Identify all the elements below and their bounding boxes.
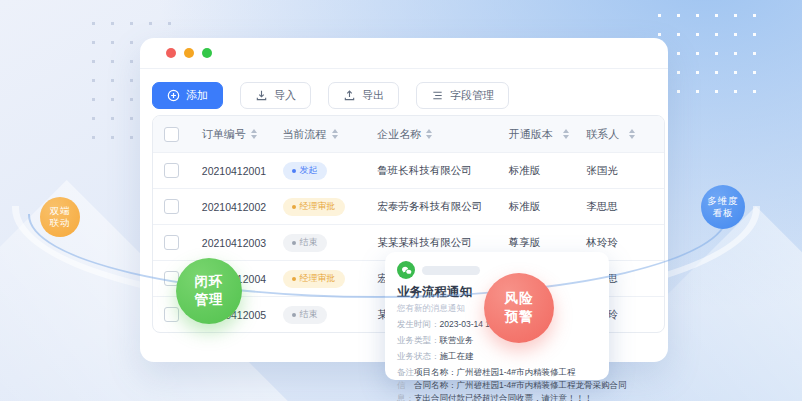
field-label: 发生时间： — [397, 319, 440, 329]
marketing-hero: 添加 导入 导出 — [0, 0, 802, 401]
row-checkbox[interactable] — [164, 307, 179, 322]
row-checkbox[interactable] — [164, 163, 179, 178]
contact-cell: 张国光 — [574, 164, 664, 178]
company-cell: 宏泰劳务科技有限公司 — [363, 200, 496, 214]
import-button[interactable]: 导入 — [240, 82, 311, 109]
table-header-row: 订单编号 当前流程 企业名称 开通版本 联系人 — [153, 116, 664, 152]
column-header-contact[interactable]: 联系人 — [574, 127, 664, 142]
plus-circle-icon — [167, 89, 180, 102]
field-manage-button-label: 字段管理 — [450, 88, 494, 103]
list-icon — [431, 89, 444, 102]
contact-cell: 李思思 — [574, 200, 664, 214]
status-dot-icon — [292, 169, 296, 173]
notification-field: 业务状态：施工在建 — [397, 350, 609, 363]
sender-placeholder-bar — [422, 266, 480, 275]
field-value: 联营业务 — [440, 335, 474, 345]
company-cell: 鲁班长科技有限公司 — [363, 164, 496, 178]
bubble-dual-linkage: 双端 联动 — [40, 197, 80, 237]
version-cell: 标准版 — [497, 200, 575, 214]
row-checkbox[interactable] — [164, 235, 179, 250]
column-header-current-flow[interactable]: 当前流程 — [269, 127, 364, 142]
field-label: 备注信息： — [397, 366, 414, 401]
export-button[interactable]: 导出 — [328, 82, 399, 109]
order-no-cell: 20210412001 — [190, 165, 269, 177]
row-checkbox[interactable] — [164, 199, 179, 214]
import-button-label: 导入 — [274, 88, 296, 103]
status-dot-icon — [292, 277, 296, 281]
sort-icon[interactable] — [426, 129, 432, 139]
table-row[interactable]: 20210412001 发起 鲁班长科技有限公司 标准版 张国光 — [153, 152, 664, 188]
contact-cell: 林玲玲 — [574, 236, 664, 250]
toolbar: 添加 导入 导出 — [140, 69, 668, 109]
remark-line: 合同名称：广州碧桂园1-4#市内精装修工程龙骨采购合同 — [414, 379, 627, 392]
wechat-icon — [397, 261, 415, 279]
notification-remark: 备注信息： 项目名称：广州碧桂园1-4#市内精装修工程 合同名称：广州碧桂园1-… — [397, 366, 609, 401]
field-label: 业务状态： — [397, 351, 440, 361]
version-cell: 标准版 — [497, 164, 575, 178]
company-cell: 某某某科技有限公司 — [363, 236, 496, 250]
status-badge: 发起 — [283, 162, 327, 180]
bubble-multidim-dashboard: 多维度 看板 — [701, 185, 745, 229]
sort-icon[interactable] — [629, 129, 635, 139]
order-no-cell: 20210412003 — [190, 237, 269, 249]
field-label: 业务类型： — [397, 335, 440, 345]
traffic-light-yellow-icon[interactable] — [184, 48, 194, 58]
export-icon — [343, 89, 356, 102]
status-dot-icon — [292, 205, 296, 209]
status-badge: 结束 — [283, 234, 327, 252]
version-cell: 尊享版 — [497, 236, 575, 250]
sort-icon[interactable] — [251, 129, 257, 139]
export-button-label: 导出 — [362, 88, 384, 103]
status-dot-icon — [292, 241, 296, 245]
status-dot-icon — [292, 313, 296, 317]
status-badge: 结束 — [283, 306, 327, 324]
field-value: 施工在建 — [440, 351, 474, 361]
column-header-version[interactable]: 开通版本 — [497, 127, 575, 142]
add-button-label: 添加 — [186, 88, 208, 103]
remark-line: 支出合同付款已经超过合同收票，请注意！！！ — [414, 392, 627, 401]
table-row[interactable]: 20210412002 经理审批 宏泰劳务科技有限公司 标准版 李思思 — [153, 188, 664, 224]
remark-line: 项目名称：广州碧桂园1-4#市内精装修工程 — [414, 366, 627, 379]
field-manage-button[interactable]: 字段管理 — [416, 82, 509, 109]
status-badge: 经理审批 — [283, 270, 345, 288]
status-badge: 经理审批 — [283, 198, 345, 216]
traffic-light-green-icon[interactable] — [202, 48, 212, 58]
window-titlebar — [140, 38, 668, 69]
column-header-order-no[interactable]: 订单编号 — [190, 127, 269, 142]
add-button[interactable]: 添加 — [152, 82, 223, 109]
bubble-risk-alert: 风险 预警 — [484, 273, 554, 343]
sort-icon[interactable] — [563, 129, 569, 139]
column-header-company[interactable]: 企业名称 — [363, 127, 496, 142]
order-no-cell: 20210412002 — [190, 201, 269, 213]
sort-icon[interactable] — [332, 129, 338, 139]
import-icon — [255, 89, 268, 102]
bubble-closed-loop: 闭环 管理 — [176, 258, 242, 324]
select-all-checkbox[interactable] — [164, 127, 179, 142]
traffic-light-red-icon[interactable] — [166, 48, 176, 58]
